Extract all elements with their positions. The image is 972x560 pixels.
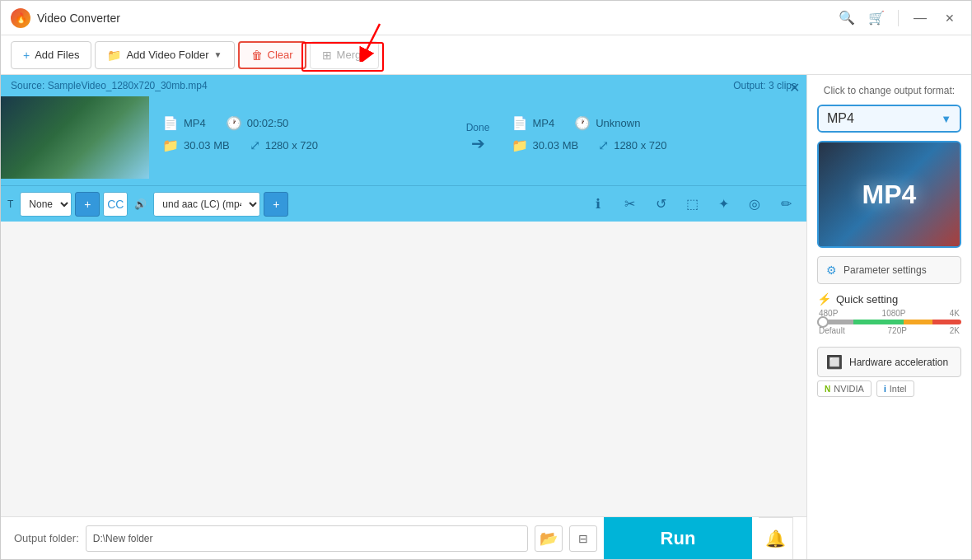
format-change-label: Click to change output format: xyxy=(817,85,961,96)
add-folder-button[interactable]: 📁 Add Video Folder ▼ xyxy=(95,41,234,69)
video-output-row-2: 📁 30.03 MB ⤢ 1280 x 720 xyxy=(512,138,794,153)
output-folder-label: Output folder: xyxy=(14,532,79,544)
mp4-preview: MP4 xyxy=(817,141,961,248)
right-panel: Click to change output format: MP4 ▼ MP4… xyxy=(806,75,971,559)
folder-icon: 📁 xyxy=(107,49,121,62)
slider-container: 480P 1080P 4K Default 720P 2K xyxy=(817,306,961,338)
video-item-header: Source: SampleVideo_1280x720_30mb.mp4 Ou… xyxy=(1,75,806,96)
output-size-item: 📁 30.03 MB xyxy=(512,138,579,153)
quick-setting-section: ⚡ Quick setting 480P 1080P 4K Default 72… xyxy=(817,292,961,338)
output-path-input[interactable] xyxy=(86,525,528,552)
chevron-down-icon: ▼ xyxy=(941,113,951,125)
output-label: Output: 3 clips xyxy=(733,80,797,91)
info-button[interactable]: ℹ xyxy=(584,192,612,217)
input-duration: 00:02:50 xyxy=(247,117,289,129)
slider-track xyxy=(817,320,961,324)
resize-icon: ⤢ xyxy=(250,138,260,153)
close-button[interactable]: ✕ xyxy=(938,7,961,30)
browse-folder-button[interactable]: 📂 xyxy=(535,525,563,552)
titlebar: 🔥 Video Converter 🔍 🛒 — ✕ xyxy=(1,1,971,35)
quick-setting-icon: ⚡ xyxy=(817,292,831,306)
export-button[interactable]: ⊟ xyxy=(569,525,597,552)
output-format-item: 📄 MP4 xyxy=(512,115,555,131)
mp4-label: MP4 xyxy=(862,180,917,210)
hardware-acceleration-button[interactable]: 🔲 Hardware acceleration xyxy=(817,347,961,377)
format-selector[interactable]: MP4 ▼ xyxy=(817,105,961,133)
subtitle-select[interactable]: None xyxy=(20,192,72,217)
plus-icon: + xyxy=(23,49,30,62)
label-720p: 720P xyxy=(888,326,907,335)
edit-subtitle-button[interactable]: CC xyxy=(103,192,128,217)
app-icon: 🔥 xyxy=(11,8,30,28)
thumbnail-image xyxy=(1,96,149,179)
clock-icon: 🕐 xyxy=(226,115,242,131)
watermark-button[interactable]: ◎ xyxy=(741,192,769,217)
add-files-button[interactable]: + Add Files xyxy=(11,41,91,69)
intel-icon: i xyxy=(884,385,886,394)
video-meta: 📄 MP4 🕐 00:02:50 📁 xyxy=(162,115,445,160)
chevron-down-icon: ▼ xyxy=(214,50,222,59)
format-name: MP4 xyxy=(827,111,854,126)
cut-button[interactable]: ✂ xyxy=(615,192,643,217)
subtitle-T-icon: T xyxy=(7,198,13,210)
hardware-acceleration-section: 🔲 Hardware acceleration N NVIDIA i Intel xyxy=(817,347,961,400)
trash-icon: 🗑 xyxy=(251,49,263,62)
slider-bottom-labels: Default 720P 2K xyxy=(817,326,961,335)
input-resolution: 1280 x 720 xyxy=(265,139,318,152)
run-button[interactable]: Run xyxy=(604,517,752,560)
cart-button[interactable]: 🛒 xyxy=(865,7,888,30)
output-format: MP4 xyxy=(533,117,555,129)
output-file-icon: 📄 xyxy=(512,115,528,131)
minimize-button[interactable]: — xyxy=(909,7,932,30)
intel-label: Intel xyxy=(890,384,907,394)
vt-icons: ℹ ✂ ↺ ⬚ ✦ ◎ ✏ xyxy=(584,192,800,217)
nvidia-label: NVIDIA xyxy=(834,384,864,394)
output-resolution-item: ⤢ 1280 x 720 xyxy=(598,138,666,153)
effect-button[interactable]: ✦ xyxy=(709,192,737,217)
chip-icon: 🔲 xyxy=(826,354,843,370)
app-title: Video Converter xyxy=(37,12,120,25)
clear-button[interactable]: 🗑 Clear xyxy=(238,41,306,69)
video-item-close-button[interactable]: ✕ xyxy=(789,80,800,96)
input-format: MP4 xyxy=(184,117,206,129)
quick-setting-label: Quick setting xyxy=(836,293,898,306)
video-toolbar: T None + CC 🔊 und aac (LC) (mp4a + ℹ xyxy=(1,185,806,222)
video-meta-row-2: 📁 30.03 MB ⤢ 1280 x 720 xyxy=(162,138,445,153)
input-resolution-item: ⤢ 1280 x 720 xyxy=(250,138,318,153)
folder2-icon: 📁 xyxy=(162,138,179,153)
bottom-bar: Output folder: 📂 ⊟ Run 🔔 xyxy=(1,516,806,559)
settings-icon: ⚙ xyxy=(826,264,837,277)
merge-icon: ⊞ xyxy=(322,49,332,62)
search-button[interactable]: 🔍 xyxy=(835,7,858,30)
slider-top-labels: 480P 1080P 4K xyxy=(817,309,961,318)
merge-button[interactable]: ⊞ Merge xyxy=(310,41,380,69)
empty-area xyxy=(1,222,806,516)
crop-button[interactable]: ⬚ xyxy=(678,192,706,217)
output-resolution: 1280 x 720 xyxy=(614,139,666,152)
add-subtitle-button[interactable]: + xyxy=(75,192,100,217)
slider-thumb[interactable] xyxy=(817,316,829,328)
output-size: 30.03 MB xyxy=(533,139,579,152)
source-label: Source: SampleVideo_1280x720_30mb.mp4 xyxy=(11,80,208,91)
audio-select[interactable]: und aac (LC) (mp4a xyxy=(153,192,260,217)
status-done: Done xyxy=(460,122,497,133)
toolbar: + Add Files 📁 Add Video Folder ▼ 🗑 Clear… xyxy=(1,35,971,75)
nvidia-icon: N xyxy=(825,385,830,394)
input-format-item: 📄 MP4 xyxy=(162,115,206,131)
output-clock-icon: 🕐 xyxy=(574,115,591,131)
gpu-chips: N NVIDIA i Intel xyxy=(817,377,961,400)
output-duration-item: 🕐 Unknown xyxy=(574,115,640,131)
main-area: Source: SampleVideo_1280x720_30mb.mp4 Ou… xyxy=(1,75,971,559)
vt-left: T None + CC 🔊 und aac (LC) (mp4a + xyxy=(7,192,581,217)
content-area: Source: SampleVideo_1280x720_30mb.mp4 Ou… xyxy=(1,75,806,559)
rotate-button[interactable]: ↺ xyxy=(647,192,675,217)
add-audio-button[interactable]: + xyxy=(264,192,288,217)
titlebar-separator xyxy=(898,10,899,26)
alarm-button[interactable]: 🔔 xyxy=(759,517,793,560)
edit-button[interactable]: ✏ xyxy=(772,192,800,217)
input-size: 30.03 MB xyxy=(184,139,230,152)
hardware-acceleration-label: Hardware acceleration xyxy=(849,357,948,368)
file-icon: 📄 xyxy=(162,115,179,131)
video-meta-row-1: 📄 MP4 🕐 00:02:50 xyxy=(162,115,445,131)
parameter-settings-button[interactable]: ⚙ Parameter settings xyxy=(817,256,961,284)
